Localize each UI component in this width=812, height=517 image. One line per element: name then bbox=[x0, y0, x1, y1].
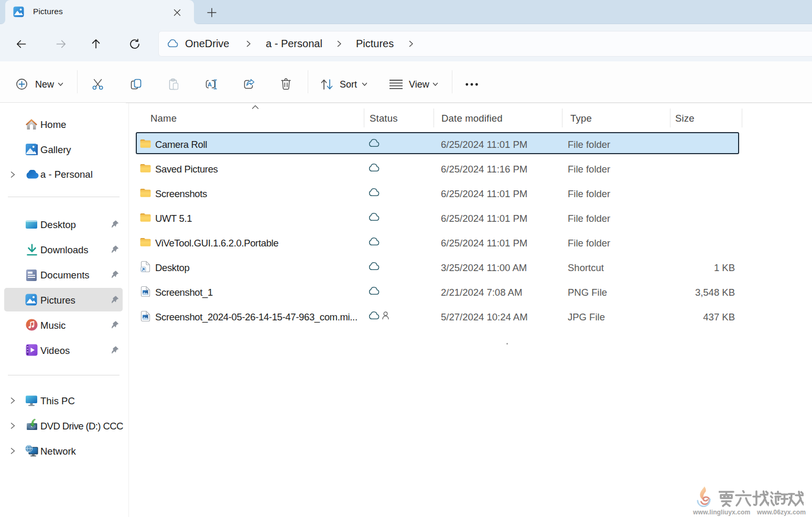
svg-text:A: A bbox=[208, 81, 212, 88]
